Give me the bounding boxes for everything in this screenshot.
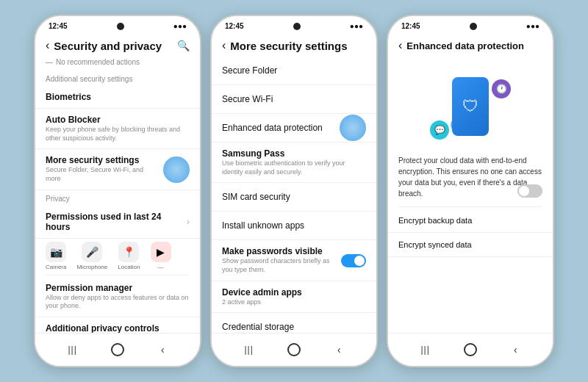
additional-privacy-title: Additional privacy controls xyxy=(46,323,190,333)
phone-1: 12:45 ●●● ‹ Security and privacy 🔍 No re… xyxy=(34,15,201,367)
biometrics-title: Biometrics xyxy=(46,92,190,102)
phone-1-title: Security and privacy xyxy=(54,40,173,52)
more-security-title: More security settings xyxy=(46,155,156,165)
phone-3-screen: ‹ Enhanced data protection 🛡 📞 🕐 💬 ● ⚙ P… xyxy=(388,33,553,333)
samsung-pass-item[interactable]: Samsung Pass Use biometric authenticatio… xyxy=(212,143,376,183)
permission-manager-item[interactable]: Permission manager Allow or deny apps to… xyxy=(35,277,200,317)
nav-menu-btn[interactable]: ||| xyxy=(62,339,83,360)
perm-icons: 📷 Camera 🎤 Microphone 📍 Location ▶ xyxy=(46,242,171,270)
more-security-active-indicator xyxy=(163,156,190,183)
phone-1-bottom-nav: ||| ‹ xyxy=(35,333,200,366)
phone-1-header: ‹ Security and privacy 🔍 xyxy=(35,33,200,57)
phone-2-camera xyxy=(293,23,301,30)
encrypt-synced-label: Encrypt synced data xyxy=(398,240,472,249)
more-security-item[interactable]: More security settings Secure Folder, Se… xyxy=(35,149,200,190)
search-icon[interactable]: 🔍 xyxy=(177,40,190,51)
encrypt-synced-knob xyxy=(519,186,529,196)
auto-blocker-title: Auto Blocker xyxy=(46,115,190,125)
nav-back-2-btn[interactable]: ‹ xyxy=(329,339,349,360)
phone-1-topbar: 12:45 ●●● xyxy=(35,16,200,33)
clock-icon: 🕐 xyxy=(492,79,511,98)
location-perm-icon: 📍 xyxy=(118,242,139,262)
make-passwords-subtitle: Show password characters briefly as you … xyxy=(222,257,332,274)
secure-wifi-item[interactable]: Secure Wi-Fi xyxy=(212,85,376,114)
camera-perm[interactable]: 📷 Camera xyxy=(46,242,66,270)
message-icon: 💬 xyxy=(430,120,449,140)
sim-security-item[interactable]: SIM card security xyxy=(212,183,376,212)
permissions-item[interactable]: Permissions used in last 24 hours › xyxy=(35,206,200,239)
back-arrow-2-icon[interactable]: ‹ xyxy=(222,39,226,52)
phone-1-time: 12:45 xyxy=(49,22,68,30)
samsung-pass-title: Samsung Pass xyxy=(222,148,366,159)
phones-container: 12:45 ●●● ‹ Security and privacy 🔍 No re… xyxy=(26,7,562,375)
chevron-icon: › xyxy=(187,217,190,227)
credential-storage-label: Credential storage xyxy=(222,322,294,332)
permission-manager-title: Permission manager xyxy=(46,283,190,293)
nav-menu-2-btn[interactable]: ||| xyxy=(239,339,259,360)
nav-back-3-btn[interactable]: ‹ xyxy=(505,339,526,360)
more-security-subtitle: Secure Folder, Secure Wi-Fi, and more xyxy=(46,166,156,183)
section1-label: Additional security settings xyxy=(35,71,200,86)
phone-2-bottom-nav: ||| ‹ xyxy=(212,333,376,366)
section2-label: Privacy xyxy=(35,190,200,206)
enhanced-data-item[interactable]: Enhanced data protection xyxy=(212,114,376,143)
encrypt-backup-row[interactable]: Encrypt backup data xyxy=(388,209,553,233)
credential-storage-item[interactable]: Credential storage xyxy=(212,313,376,333)
mic-perm[interactable]: 🎤 Microphone xyxy=(76,242,107,270)
phone-2-topbar: 12:45 ●●● xyxy=(212,16,376,33)
auto-blocker-item[interactable]: Auto Blocker Keep your phone safe by blo… xyxy=(35,109,200,149)
phone-3-content: 🛡 📞 🕐 💬 ● ⚙ Protect your cloud data with… xyxy=(388,57,553,333)
samsung-pass-subtitle: Use biometric authentication to verify y… xyxy=(222,159,366,176)
shield-phone-icon: 🛡 xyxy=(452,77,489,136)
phone-2-signal: ●●● xyxy=(350,22,363,30)
secure-folder-label: Secure Folder xyxy=(222,65,277,76)
divider-3-1 xyxy=(398,206,542,207)
phone-3-signal: ●●● xyxy=(526,22,539,30)
nav-menu-3-btn[interactable]: ||| xyxy=(415,339,436,360)
install-unknown-label: Install unknown apps xyxy=(222,220,304,231)
additional-privacy-item[interactable]: Additional privacy controls Control acce… xyxy=(35,317,200,333)
location-perm[interactable]: 📍 Location xyxy=(118,242,140,270)
mic-perm-icon: 🎤 xyxy=(82,242,102,262)
divider-1 xyxy=(46,275,190,275)
phone-3-header: ‹ Enhanced data protection xyxy=(388,33,553,57)
encrypt-synced-row[interactable]: Encrypt synced data xyxy=(388,233,553,257)
nav-home-3-btn[interactable] xyxy=(460,339,481,360)
device-admin-title: Device admin apps xyxy=(222,287,366,298)
other-perm-label: — xyxy=(158,264,164,270)
device-admin-item[interactable]: Device admin apps 2 active apps xyxy=(212,281,376,314)
phone-3-title: Enhanced data protection xyxy=(406,40,542,51)
nav-back-btn[interactable]: ‹ xyxy=(152,339,173,360)
other-perm[interactable]: ▶ — xyxy=(151,242,171,270)
toggle-knob xyxy=(354,256,365,266)
back-arrow-3-icon[interactable]: ‹ xyxy=(398,39,402,52)
other-perm-icon: ▶ xyxy=(151,242,171,262)
device-admin-subtitle: 2 active apps xyxy=(222,298,366,307)
enhanced-data-active-indicator xyxy=(340,115,366,141)
enhanced-data-label: Enhanced data protection xyxy=(222,123,323,133)
phone-3-topbar: 12:45 ●●● xyxy=(388,16,553,33)
secure-folder-item[interactable]: Secure Folder xyxy=(212,57,376,85)
phone-1-screen: ‹ Security and privacy 🔍 No recommended … xyxy=(35,33,200,333)
phone-2: 12:45 ●●● ‹ More security settings Secur… xyxy=(210,15,378,367)
phone-3: 12:45 ●●● ‹ Enhanced data protection 🛡 📞… xyxy=(387,15,554,367)
secure-wifi-label: Secure Wi-Fi xyxy=(222,94,273,104)
make-passwords-toggle[interactable] xyxy=(341,254,366,267)
location-perm-label: Location xyxy=(118,264,140,270)
install-unknown-item[interactable]: Install unknown apps xyxy=(212,212,376,240)
make-passwords-item[interactable]: Make passwords visible Show password cha… xyxy=(212,240,376,281)
mic-perm-label: Microphone xyxy=(76,264,107,270)
permission-manager-subtitle: Allow or deny apps to access features or… xyxy=(46,294,190,311)
phone-2-title: More security settings xyxy=(230,40,366,52)
encrypt-synced-toggle[interactable] xyxy=(517,184,542,198)
permissions-title: Permissions used in last 24 hours xyxy=(46,212,182,232)
back-arrow-icon[interactable]: ‹ xyxy=(46,39,49,52)
encrypt-backup-label: Encrypt backup data xyxy=(398,216,472,225)
phone-3-time: 12:45 xyxy=(401,22,420,30)
camera-perm-icon: 📷 xyxy=(46,242,66,262)
camera-perm-label: Camera xyxy=(46,264,66,270)
biometrics-item[interactable]: Biometrics xyxy=(35,86,200,109)
nav-home-btn[interactable] xyxy=(107,339,128,360)
phone-1-signal: ●●● xyxy=(173,22,187,30)
nav-home-2-btn[interactable] xyxy=(284,339,304,360)
